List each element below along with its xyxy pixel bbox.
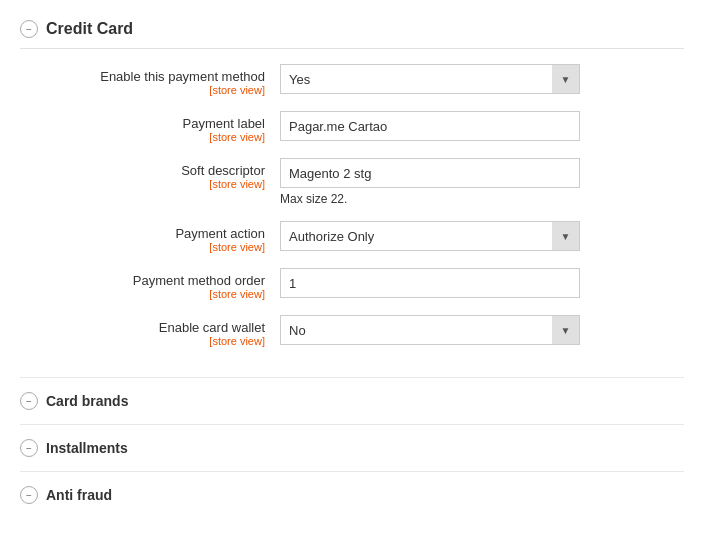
payment-label-input[interactable]	[280, 111, 580, 141]
enable-card-wallet-label: Enable card wallet [store view]	[20, 315, 280, 347]
payment-label-control	[280, 111, 684, 141]
payment-action-select[interactable]: Authorize Only Authorize and Capture	[280, 221, 580, 251]
card-brands-title: Card brands	[46, 393, 128, 409]
soft-descriptor-input[interactable]	[280, 158, 580, 188]
enable-card-wallet-select-wrap: Yes No ▼	[280, 315, 580, 345]
installments-title: Installments	[46, 440, 128, 456]
card-brands-header[interactable]: − Card brands	[20, 377, 684, 424]
credit-card-toggle-icon[interactable]: −	[20, 20, 38, 38]
credit-card-header[interactable]: − Credit Card	[20, 10, 684, 49]
anti-fraud-header[interactable]: − Anti fraud	[20, 471, 684, 518]
payment-action-select-wrap: Authorize Only Authorize and Capture ▼	[280, 221, 580, 251]
anti-fraud-title: Anti fraud	[46, 487, 112, 503]
enable-card-wallet-row: Enable card wallet [store view] Yes No ▼	[20, 315, 684, 347]
installments-toggle-icon[interactable]: −	[20, 439, 38, 457]
enable-payment-control: Yes No ▼	[280, 64, 684, 94]
payment-label-row: Payment label [store view]	[20, 111, 684, 143]
enable-payment-label: Enable this payment method [store view]	[20, 64, 280, 96]
payment-method-order-control	[280, 268, 684, 298]
enable-payment-select-wrap: Yes No ▼	[280, 64, 580, 94]
credit-card-form: Enable this payment method [store view] …	[20, 49, 684, 372]
installments-header[interactable]: − Installments	[20, 424, 684, 471]
payment-action-control: Authorize Only Authorize and Capture ▼	[280, 221, 684, 251]
card-brands-toggle-icon[interactable]: −	[20, 392, 38, 410]
payment-method-order-label: Payment method order [store view]	[20, 268, 280, 300]
soft-descriptor-row: Soft descriptor [store view] Max size 22…	[20, 158, 684, 206]
soft-descriptor-control: Max size 22.	[280, 158, 684, 206]
payment-action-label: Payment action [store view]	[20, 221, 280, 253]
anti-fraud-toggle-icon[interactable]: −	[20, 486, 38, 504]
soft-descriptor-hint: Max size 22.	[280, 192, 684, 206]
enable-card-wallet-select[interactable]: Yes No	[280, 315, 580, 345]
enable-payment-row: Enable this payment method [store view] …	[20, 64, 684, 96]
enable-payment-select[interactable]: Yes No	[280, 64, 580, 94]
soft-descriptor-label: Soft descriptor [store view]	[20, 158, 280, 190]
subsections: − Card brands − Installments − Anti frau…	[20, 377, 684, 518]
credit-card-section: − Credit Card Enable this payment method…	[20, 10, 684, 518]
payment-action-row: Payment action [store view] Authorize On…	[20, 221, 684, 253]
payment-label-label: Payment label [store view]	[20, 111, 280, 143]
enable-card-wallet-control: Yes No ▼	[280, 315, 684, 345]
payment-method-order-input[interactable]	[280, 268, 580, 298]
credit-card-title: Credit Card	[46, 20, 133, 38]
payment-method-order-row: Payment method order [store view]	[20, 268, 684, 300]
